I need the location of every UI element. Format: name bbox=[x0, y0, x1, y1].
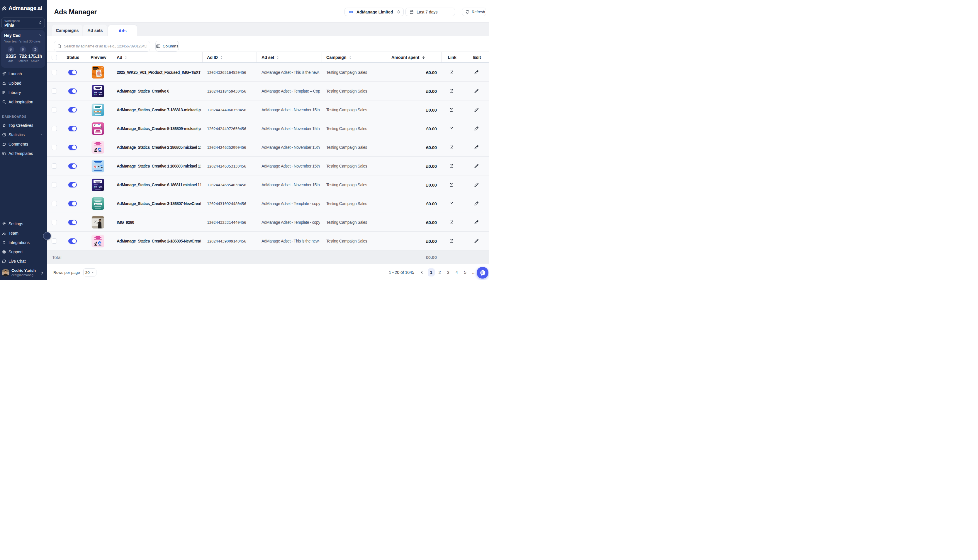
rows-per-page-select[interactable]: 20 bbox=[83, 268, 97, 277]
status-toggle[interactable] bbox=[68, 126, 77, 131]
external-link-icon[interactable] bbox=[449, 70, 454, 75]
ad-name[interactable]: AdManage_Statics_Creative 1 186803 micka… bbox=[117, 164, 201, 168]
sidebar-item-top-creatives[interactable]: Top Creatives bbox=[1, 121, 45, 130]
status-toggle[interactable] bbox=[68, 88, 77, 94]
page-number-2[interactable]: 2 bbox=[436, 268, 443, 277]
select-all-checkbox[interactable] bbox=[52, 55, 57, 60]
columns-button[interactable]: Columns bbox=[155, 41, 179, 52]
row-checkbox[interactable] bbox=[52, 107, 57, 112]
live-chat-fab[interactable] bbox=[477, 267, 488, 278]
row-checkbox[interactable] bbox=[52, 220, 57, 225]
external-link-icon[interactable] bbox=[449, 220, 454, 225]
row-checkbox[interactable] bbox=[52, 238, 57, 244]
user-menu[interactable]: Cedric Yarish ced@admanag... bbox=[1, 266, 45, 280]
external-link-icon[interactable] bbox=[449, 182, 454, 187]
sidebar-item-ad-inspiration[interactable]: Ad Inspiration bbox=[1, 97, 45, 107]
sort-icon[interactable] bbox=[220, 56, 223, 60]
ad-preview-thumbnail[interactable] bbox=[92, 216, 104, 228]
row-checkbox[interactable] bbox=[52, 182, 57, 187]
status-toggle[interactable] bbox=[68, 107, 77, 112]
ad-preview-thumbnail[interactable] bbox=[92, 141, 104, 153]
row-checkbox[interactable] bbox=[52, 163, 57, 169]
status-toggle[interactable] bbox=[68, 201, 77, 206]
column-header-ad[interactable]: Ad bbox=[117, 55, 122, 60]
sidebar-collapse-button[interactable] bbox=[43, 232, 51, 240]
row-checkbox[interactable] bbox=[52, 201, 57, 206]
sidebar-item-integrations[interactable]: Integrations bbox=[1, 238, 45, 247]
edit-pencil-icon[interactable] bbox=[474, 239, 479, 243]
row-checkbox[interactable] bbox=[52, 126, 57, 131]
page-number-1[interactable]: 1 bbox=[428, 268, 435, 277]
page-number-3[interactable]: 3 bbox=[445, 268, 452, 277]
ad-preview-thumbnail[interactable] bbox=[92, 104, 104, 116]
edit-pencil-icon[interactable] bbox=[474, 145, 479, 150]
row-checkbox[interactable] bbox=[52, 145, 57, 150]
external-link-icon[interactable] bbox=[449, 164, 454, 168]
sidebar-item-support[interactable]: Support bbox=[1, 247, 45, 257]
tab-ads[interactable]: Ads bbox=[108, 25, 137, 37]
ad-name[interactable]: 2025_WK25_V01_Product_Focused_IMG+TEXT_C bbox=[117, 70, 201, 75]
status-toggle[interactable] bbox=[68, 163, 77, 169]
status-toggle[interactable] bbox=[68, 145, 77, 150]
column-header-campaign[interactable]: Campaign bbox=[326, 55, 346, 60]
sidebar-item-settings[interactable]: Settings bbox=[1, 219, 45, 228]
refresh-button[interactable]: Refresh bbox=[462, 8, 486, 16]
edit-pencil-icon[interactable] bbox=[474, 164, 479, 168]
sidebar-item-live-chat[interactable]: Live Chat bbox=[1, 257, 45, 266]
ad-name[interactable]: AdManage_Statics_Creative 3-186807-NewCr… bbox=[117, 201, 201, 206]
sidebar-item-statistics[interactable]: Statistics bbox=[1, 130, 45, 139]
ad-preview-thumbnail[interactable] bbox=[92, 235, 104, 247]
ad-name[interactable]: AdManage_Statics_Creative 5-186809-micka… bbox=[117, 126, 201, 131]
account-selector[interactable]: AdManage Limited bbox=[344, 8, 404, 16]
status-toggle[interactable] bbox=[68, 220, 77, 225]
pagination-ellipsis[interactable]: ... bbox=[472, 270, 475, 275]
ad-name[interactable]: AdManage_Statics_Creative 7-186813-micka… bbox=[117, 107, 201, 112]
edit-pencil-icon[interactable] bbox=[474, 107, 479, 112]
ad-preview-thumbnail[interactable] bbox=[92, 85, 104, 97]
edit-pencil-icon[interactable] bbox=[474, 201, 479, 206]
brand-logo[interactable]: Admanage.ai bbox=[1, 5, 45, 12]
ad-name[interactable]: AdManage_Statics_Creative 2 186805 micka… bbox=[117, 145, 201, 150]
tab-campaigns[interactable]: Campaigns bbox=[52, 25, 82, 36]
ad-name[interactable]: AdManage_Statics_Creative 6 bbox=[117, 89, 169, 93]
status-toggle[interactable] bbox=[68, 238, 77, 244]
edit-pencil-icon[interactable] bbox=[474, 126, 479, 131]
edit-pencil-icon[interactable] bbox=[474, 220, 479, 225]
edit-pencil-icon[interactable] bbox=[474, 89, 479, 93]
arrow-down-icon[interactable] bbox=[421, 55, 425, 60]
external-link-icon[interactable] bbox=[449, 89, 454, 93]
status-toggle[interactable] bbox=[68, 182, 77, 187]
page-number-5[interactable]: 5 bbox=[462, 268, 469, 277]
status-toggle[interactable] bbox=[68, 70, 77, 75]
column-header-amount-spent[interactable]: Amount spent bbox=[391, 55, 419, 60]
external-link-icon[interactable] bbox=[449, 107, 454, 112]
sidebar-item-launch[interactable]: Launch bbox=[1, 69, 45, 78]
edit-pencil-icon[interactable] bbox=[474, 182, 479, 187]
sort-icon[interactable] bbox=[348, 56, 352, 60]
ad-preview-thumbnail[interactable] bbox=[92, 197, 104, 210]
edit-pencil-icon[interactable] bbox=[474, 70, 479, 75]
search-input[interactable] bbox=[64, 44, 147, 48]
ad-name[interactable]: AdManage_Statics_Creative 6 186811 micka… bbox=[117, 182, 201, 187]
ad-preview-thumbnail[interactable] bbox=[92, 179, 104, 191]
row-checkbox[interactable] bbox=[52, 88, 57, 94]
sidebar-item-ad-templates[interactable]: Ad Templates bbox=[1, 149, 45, 158]
sort-icon[interactable] bbox=[124, 56, 128, 60]
sidebar-item-team[interactable]: Team bbox=[1, 228, 45, 238]
ad-name[interactable]: AdManage_Statics_Creative 2-186805-NewCr… bbox=[117, 239, 201, 243]
sort-icon[interactable] bbox=[276, 56, 280, 60]
sidebar-item-comments[interactable]: Comments bbox=[1, 139, 45, 149]
external-link-icon[interactable] bbox=[449, 145, 454, 150]
column-header-ad-id[interactable]: Ad ID bbox=[207, 55, 218, 60]
row-checkbox[interactable] bbox=[52, 70, 57, 75]
ad-preview-thumbnail[interactable] bbox=[92, 122, 104, 135]
pagination-prev-button[interactable] bbox=[418, 268, 425, 277]
external-link-icon[interactable] bbox=[449, 126, 454, 131]
external-link-icon[interactable] bbox=[449, 239, 454, 243]
column-header-ad-set[interactable]: Ad set bbox=[261, 55, 274, 60]
sidebar-item-upload[interactable]: Upload bbox=[1, 78, 45, 88]
external-link-icon[interactable] bbox=[449, 201, 454, 206]
date-range-button[interactable]: Last 7 days bbox=[405, 8, 455, 16]
sidebar-item-library[interactable]: Library bbox=[1, 88, 45, 97]
ad-preview-thumbnail[interactable]: 10k bbox=[92, 160, 104, 172]
